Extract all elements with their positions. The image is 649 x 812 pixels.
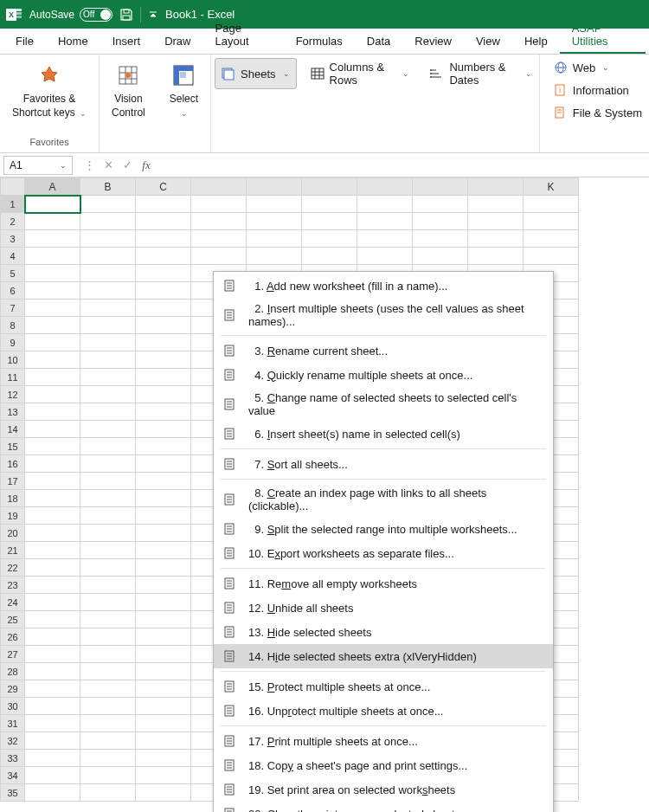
menu-item-3[interactable]: 3. Rename current sheet... [214,338,553,363]
row-header[interactable]: 32 [1,732,25,750]
autosave-toggle[interactable]: AutoSave Off [29,8,112,22]
cell[interactable] [136,351,191,369]
row-header[interactable]: 7 [1,300,25,317]
cell[interactable] [80,369,136,386]
cell[interactable] [80,351,136,369]
row-header[interactable]: 17 [1,473,25,490]
row-header[interactable]: 28 [1,663,25,680]
cell[interactable] [80,784,136,802]
cell[interactable] [80,213,136,230]
save-icon[interactable] [119,8,133,22]
cell[interactable] [25,421,80,438]
cell[interactable] [357,230,413,248]
cell[interactable] [25,784,80,802]
cell[interactable] [80,628,136,646]
cell[interactable] [80,455,136,473]
cell[interactable] [413,213,468,230]
cell[interactable] [468,213,524,230]
row-header[interactable]: 35 [1,784,25,802]
vision-control-button[interactable]: VisionControl [106,58,151,123]
cell[interactable] [191,196,247,213]
cell[interactable] [25,646,80,663]
menu-item-11[interactable]: 11. Remove all empty worksheets [214,571,553,596]
row-header[interactable]: 2 [1,213,25,230]
cell[interactable] [413,248,468,265]
tab-file[interactable]: File [3,29,46,54]
cell[interactable] [357,248,413,265]
row-header[interactable]: 10 [1,351,25,369]
select-button[interactable]: Select⌄ [164,58,203,123]
cell[interactable] [80,438,136,455]
cell[interactable] [25,611,80,628]
tab-page-layout[interactable]: Page Layout [203,16,284,54]
cell[interactable] [80,732,136,750]
favorites-button[interactable]: Favorites &Shortcut keys ⌄ [7,58,92,123]
menu-item-12[interactable]: 12. Unhide all sheets [214,596,553,620]
cell[interactable] [80,421,136,438]
row-header[interactable]: 31 [1,715,25,732]
cell[interactable] [413,196,468,213]
cell[interactable] [136,317,191,334]
web-button[interactable]: Web⌄ [547,58,649,77]
cell[interactable] [136,230,191,248]
cell[interactable] [25,351,80,369]
cell[interactable] [136,698,191,715]
cell[interactable] [25,525,80,542]
cell[interactable] [136,594,191,611]
cell[interactable] [136,386,191,403]
cell[interactable] [136,559,191,577]
cell[interactable] [80,646,136,663]
row-header[interactable]: 29 [1,680,25,698]
column-header[interactable]: K [524,178,579,196]
cell[interactable] [25,403,80,421]
cell[interactable] [25,248,80,265]
cell[interactable] [247,213,302,230]
tab-formulas[interactable]: Formulas [284,29,355,54]
cell[interactable] [25,265,80,282]
cell[interactable] [136,628,191,646]
column-header[interactable]: B [80,178,136,196]
column-header[interactable] [302,178,357,196]
cell[interactable] [136,196,191,213]
cell[interactable] [25,317,80,334]
cell[interactable] [80,507,136,525]
formula-input[interactable] [159,156,649,175]
cell[interactable] [136,680,191,698]
row-header[interactable]: 13 [1,403,25,421]
cell[interactable] [25,698,80,715]
menu-item-7[interactable]: 7. Sort all sheets... [214,452,553,476]
cell[interactable] [25,767,80,784]
cell[interactable] [25,542,80,559]
tab-help[interactable]: Help [512,29,560,54]
cell[interactable] [136,507,191,525]
cell[interactable] [136,421,191,438]
cell[interactable] [80,698,136,715]
menu-item-4[interactable]: 4. Quickly rename multiple sheets at onc… [214,363,553,387]
cell[interactable] [25,473,80,490]
cell[interactable] [25,663,80,680]
cell[interactable] [25,490,80,507]
cell[interactable] [80,767,136,784]
cell[interactable] [80,611,136,628]
cell[interactable] [25,507,80,525]
cell[interactable] [80,663,136,680]
menu-item-1[interactable]: 1. Add new worksheet (fill in a name)... [214,274,553,298]
row-header[interactable]: 30 [1,698,25,715]
row-header[interactable]: 21 [1,542,25,559]
cell[interactable] [136,248,191,265]
cell[interactable] [25,196,80,213]
cell[interactable] [25,282,80,300]
cell[interactable] [25,680,80,698]
column-header[interactable]: A [25,178,80,196]
cell[interactable] [80,196,136,213]
tab-review[interactable]: Review [402,29,464,54]
column-header[interactable] [468,178,524,196]
cell[interactable] [247,230,302,248]
cell[interactable] [136,403,191,421]
cancel-icon[interactable]: ✕ [100,158,116,172]
cell[interactable] [25,455,80,473]
menu-item-19[interactable]: 19. Set print area on selected worksheet… [214,777,553,802]
cell[interactable] [80,525,136,542]
column-header[interactable] [191,178,247,196]
row-header[interactable]: 15 [1,438,25,455]
